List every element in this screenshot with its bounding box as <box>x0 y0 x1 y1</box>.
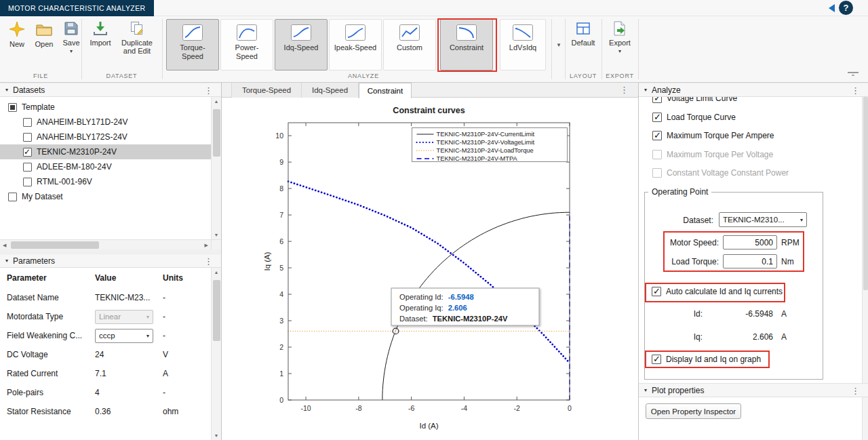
scroll-down-icon: ▼ <box>212 433 221 438</box>
checkbox[interactable]: ✓ <box>652 355 661 364</box>
gallery-divider <box>551 19 552 79</box>
export-button[interactable]: Export ▾ <box>604 20 636 54</box>
svg-text:8: 8 <box>279 184 283 193</box>
checkbox[interactable]: ✓ <box>23 118 32 127</box>
panel-menu-icon[interactable]: ⋮ <box>204 256 213 266</box>
scrollbar-thumb[interactable] <box>11 241 99 249</box>
scrollbar-thumb[interactable] <box>863 97 868 290</box>
import-button[interactable]: Import <box>87 20 114 47</box>
collapse-chevron-icon[interactable]: ▾ <box>644 387 647 393</box>
check-icon: ✓ <box>654 112 661 122</box>
checkbox[interactable]: ✓ <box>23 178 32 186</box>
checkbox[interactable]: ✓ <box>23 163 32 172</box>
analyze-gallery-ipeak-speed[interactable]: Ipeak-Speed <box>329 19 382 71</box>
parameters-table-header: Parameter Value Units <box>0 268 211 288</box>
open-property-inspector-button[interactable]: Open Property Inspector <box>646 403 741 419</box>
tab-idq-speed[interactable]: Idq-Speed <box>302 83 359 98</box>
load-torque-input[interactable] <box>723 254 777 268</box>
checkbox[interactable]: ✓ <box>23 133 32 142</box>
analyze-gallery-custom[interactable]: Custom <box>383 19 436 71</box>
parameters-panel-title: Parameters <box>13 256 55 266</box>
id-value: -6.5948 <box>716 309 773 319</box>
layout-section-label: LAYOUT <box>565 73 601 79</box>
svg-text:5: 5 <box>279 264 283 272</box>
toolstrip: New Open Save ▾ FILE <box>0 16 868 83</box>
help-icon[interactable]: ? <box>839 1 853 15</box>
duplicate-and-edit-button[interactable]: Duplicate and Edit <box>115 20 159 55</box>
load-torque-label: Load Torque: <box>654 257 719 266</box>
svg-text:Operating Id:-6.5948: Operating Id:-6.5948 <box>399 293 474 301</box>
panel-menu-icon[interactable]: ⋮ <box>620 85 629 95</box>
checkbox[interactable]: ✓ <box>8 103 17 112</box>
tree-item-adlee-bm-180[interactable]: ✓ ADLEE-BM-180-24V <box>0 159 211 174</box>
param-row-dataset-name: Dataset Name TEKNIC-M23... - <box>0 288 211 307</box>
checkbox[interactable]: ✓ <box>8 193 17 201</box>
tree-item-rtml-001[interactable]: ✓ RTML-001-96V <box>0 174 211 189</box>
analyze-section-label: ANALYZE <box>162 73 565 79</box>
chevron-down-icon: ▾ <box>618 49 621 54</box>
checkbox[interactable]: ✓ <box>652 131 662 140</box>
checkbox[interactable]: ✓ <box>652 113 662 122</box>
checkbox[interactable]: ✓ <box>23 148 32 157</box>
operating-dataset-dropdown[interactable]: TEKNIC-M2310... ▾ <box>719 212 807 227</box>
scrollbar-thumb[interactable] <box>213 280 220 341</box>
field-weakening-dropdown[interactable]: cccp ▾ <box>95 329 153 343</box>
tree-item-teknic-m2310p[interactable]: ✓ TEKNIC-M2310P-24V <box>0 144 211 159</box>
tree-item-my-dataset[interactable]: ✓ My Dataset <box>0 189 211 204</box>
parameters-vertical-scrollbar[interactable]: ▲ ▼ <box>211 268 221 440</box>
scroll-down-icon: ▼ <box>212 233 221 237</box>
chart-curve-icon <box>456 24 477 41</box>
analyze-gallery-idq-speed[interactable]: Idq-Speed <box>275 19 328 71</box>
checkbox-display-id-iq-on-graph[interactable]: ✓ Display Id and Iq on graph <box>652 355 761 364</box>
analyze-gallery-constraint[interactable]: Constraint <box>440 19 493 71</box>
checkbox-max-torque-per-ampere[interactable]: ✓ Maximum Torque Per Ampere <box>652 131 774 140</box>
datasets-horizontal-scrollbar[interactable]: ◀ ▶ <box>0 239 211 249</box>
section-divider <box>601 19 602 79</box>
constraint-chart-svg[interactable]: -10-8-6-4-20012345678910Constraint curve… <box>222 98 638 440</box>
checkbox-auto-calculate-currents[interactable]: ✓ Auto calculate Id and Iq currents <box>652 287 783 296</box>
dataset-label: Dataset: <box>651 216 713 225</box>
resources-arrow-icon[interactable] <box>829 4 835 12</box>
default-layout-button[interactable]: Default <box>567 20 599 47</box>
motor-speed-input[interactable] <box>723 235 777 249</box>
open-button[interactable]: Open <box>31 20 57 48</box>
export-arrow-icon <box>612 20 628 37</box>
export-section-label: EXPORT <box>601 73 638 79</box>
param-row-field-weakening: Field Weakening C... cccp ▾ - <box>0 326 211 345</box>
scrollbar-thumb[interactable] <box>213 109 220 157</box>
scroll-left-icon: ◀ <box>3 243 6 248</box>
iq-unit: A <box>781 332 787 342</box>
checkbox[interactable]: ✓ <box>652 287 661 296</box>
operating-point-title: Operating Point <box>648 187 711 197</box>
svg-text:9: 9 <box>279 158 283 166</box>
analyze-gallery-ldvsidq[interactable]: LdVsIdq <box>500 19 546 71</box>
svg-text:7: 7 <box>279 211 283 219</box>
collapse-chevron-icon[interactable]: ▾ <box>5 87 8 93</box>
collapse-chevron-icon[interactable]: ▾ <box>644 87 647 93</box>
motor-speed-unit: RPM <box>781 238 800 247</box>
app-title-tab[interactable]: MOTOR CHARACTERISTIC ANALYZER <box>0 0 154 16</box>
panel-menu-icon[interactable]: ⋮ <box>851 385 860 395</box>
title-bar: MOTOR CHARACTERISTIC ANALYZER ? <box>0 0 868 16</box>
gallery-expand-button[interactable]: ▾ <box>553 19 564 71</box>
checkbox-load-torque-curve[interactable]: ✓ Load Torque Curve <box>652 113 736 122</box>
datasets-vertical-scrollbar[interactable]: ▲ ▼ <box>211 97 221 239</box>
id-unit: A <box>781 309 787 319</box>
panel-menu-icon[interactable]: ⋮ <box>204 85 213 95</box>
tree-item-anaheim-bly172s[interactable]: ✓ ANAHEIM-BLY172S-24V <box>0 129 211 144</box>
save-button[interactable]: Save ▾ <box>58 20 84 54</box>
analyze-gallery-power-speed[interactable]: Power-Speed <box>220 19 273 71</box>
tree-item-anaheim-bly171d[interactable]: ✓ ANAHEIM-BLY171D-24V <box>0 115 211 129</box>
svg-text:Operating Iq:2.606: Operating Iq:2.606 <box>399 304 467 312</box>
load-torque-unit: Nm <box>781 257 794 266</box>
toolstrip-collapse-icon[interactable]: ⌃ <box>848 72 859 81</box>
tree-item-template[interactable]: ✓ Template <box>0 100 211 115</box>
new-button[interactable]: New <box>4 20 30 48</box>
collapse-chevron-icon[interactable]: ▾ <box>5 258 8 264</box>
tab-torque-speed[interactable]: Torque-Speed <box>231 83 302 98</box>
iq-label: Iq: <box>674 332 703 342</box>
panel-menu-icon[interactable]: ⋮ <box>851 85 860 95</box>
tab-constraint[interactable]: Constraint <box>359 83 412 98</box>
iq-value: 2.606 <box>716 332 773 342</box>
analyze-gallery-torque-speed[interactable]: Torque-Speed <box>166 19 219 71</box>
